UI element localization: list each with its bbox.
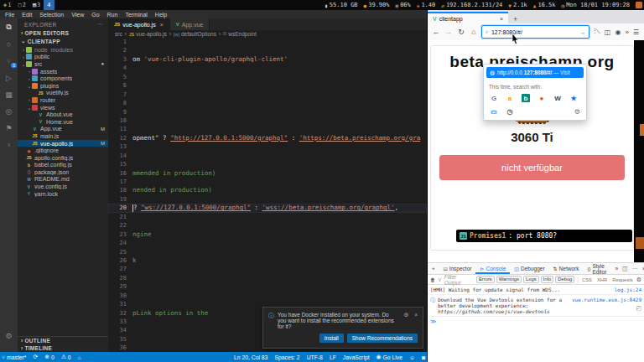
eol[interactable]: LF	[330, 354, 336, 360]
bing-engine-icon[interactable]: b	[522, 94, 530, 102]
sidebar-icon[interactable]: ◫	[605, 28, 611, 36]
filter-xhr-button[interactable]: XHR	[596, 277, 608, 282]
new-tab-button[interactable]: +	[508, 15, 522, 23]
tree-item-assets[interactable]: ›assets	[18, 68, 108, 75]
tab-app-vue[interactable]: VApp.vue	[170, 18, 210, 30]
devtools-tab-inspector[interactable]: ⊡Inspector	[439, 263, 476, 274]
show-recommendations-button[interactable]: Show Recommendations	[347, 334, 418, 343]
browser-tab[interactable]: V clientapp ×	[428, 12, 508, 23]
filter-warnings-button[interactable]: Warnings	[496, 276, 522, 283]
search-settings-gear-icon[interactable]: ⚙	[574, 108, 580, 116]
tree-item-vue-config-js[interactable]: Vvue.config.js	[18, 183, 108, 190]
tree-item-vue-apollo-js[interactable]: JSvue-apollo.jsM	[18, 140, 108, 147]
bookmarks-engine-icon[interactable]: ★	[569, 94, 578, 102]
menu-icon[interactable]: ☰	[633, 28, 639, 36]
tree-item-app-vue[interactable]: VApp.vueM	[18, 126, 108, 133]
menu-help[interactable]: Help	[155, 12, 167, 18]
code-area[interactable]: 123om 'vue-cli-plugin-apollo/graphql-cli…	[108, 38, 427, 352]
filter-output-input[interactable]: Filter Output	[444, 274, 474, 286]
tree-item-package-json[interactable]: {}package.json	[18, 168, 108, 176]
open-editors-section[interactable]: › OPEN EDITORS	[18, 29, 108, 37]
devtools-tab--[interactable]: »	[610, 263, 622, 274]
workspace-2[interactable]: ▢2	[14, 0, 29, 10]
menu-go[interactable]: Go	[91, 12, 99, 18]
console-grip-icon[interactable]: ◰	[636, 305, 641, 312]
menu-file[interactable]: File	[5, 12, 14, 18]
extensions-icon[interactable]: ▦	[3, 89, 14, 100]
indentation[interactable]: Spaces: 2	[274, 354, 299, 360]
notifications-bell[interactable]: ◙	[422, 354, 425, 360]
dock-icon[interactable]: ◫	[622, 266, 628, 272]
tree-item--gitignore[interactable]: ◆.gitignore	[18, 147, 108, 154]
url-bar[interactable]: ⌕ 127:8080/#/ →	[481, 25, 589, 39]
timeline-section[interactable]: › TIMELINE	[18, 344, 108, 352]
filter-info-button[interactable]: Info	[541, 276, 554, 283]
tree-item-babel-config-js[interactable]: bbabel.config.js	[18, 162, 108, 169]
devtools-tab-console[interactable]: ⊳Console	[475, 263, 510, 274]
tab-close-icon[interactable]: ×	[500, 16, 503, 22]
console-settings-gear-icon[interactable]: ⚙	[636, 277, 641, 283]
encoding[interactable]: UTF-8	[307, 354, 323, 360]
editor-group[interactable]: JSvue-apollo.js×VApp.vue src›JSvue-apoll…	[108, 18, 427, 352]
language-mode[interactable]: JavaScript	[343, 354, 370, 360]
tree-item-public[interactable]: ›public	[18, 54, 108, 61]
wikipedia-engine-icon[interactable]: W	[553, 94, 562, 102]
search-icon[interactable]: ○	[3, 39, 14, 49]
project-section[interactable]: ⌄ CLIENTAPP	[18, 37, 108, 45]
more-options-icon[interactable]: ⋯	[632, 266, 638, 272]
errors[interactable]: ⊗0	[44, 354, 54, 360]
run-debug-icon[interactable]: ▷	[3, 72, 14, 83]
cursor-position[interactable]: Ln 20, Col 83	[234, 354, 267, 360]
manage-gear-icon[interactable]: ⚙	[0, 332, 18, 340]
tree-item-apollo-config-js[interactable]: JSapollo.config.js	[18, 154, 108, 162]
go-arrow-icon[interactable]: →	[579, 29, 585, 35]
git-branch[interactable]: ⑂master*	[2, 354, 27, 360]
google-engine-icon[interactable]: G	[490, 94, 498, 102]
tab-vue-apollo-js[interactable]: JSvue-apollo.js×	[108, 18, 170, 30]
history-engine-icon[interactable]: ◷	[506, 107, 514, 116]
console-link[interactable]: https://github.com/vuejs/vue-devtools	[438, 308, 550, 314]
notification-close-icon[interactable]: ×	[414, 312, 418, 329]
tree-item-readme-md[interactable]: MREADME.md	[18, 176, 108, 184]
filter-css-button[interactable]: CSS	[581, 277, 593, 282]
menu-run[interactable]: Run	[107, 12, 118, 18]
tree-item-about-vue[interactable]: VAbout.vue	[18, 111, 108, 118]
live-server-home[interactable]: ⌂	[78, 354, 81, 360]
forward-button[interactable]: →	[444, 28, 454, 36]
tree-item-home-vue[interactable]: VHome.vue	[18, 118, 108, 126]
bookmarks-icon[interactable]: ⚑	[3, 122, 14, 133]
outline-section[interactable]: › OUTLINE	[18, 337, 108, 344]
go-live[interactable]: ◉Go Live	[377, 354, 402, 360]
source-link[interactable]: log.js:24	[614, 287, 641, 292]
breadcrumb-item[interactable]: ⚿wsEndpoint	[223, 31, 257, 37]
clear-console-icon[interactable]: 🗑	[430, 277, 435, 282]
workspace-3[interactable]: ▤3	[29, 0, 44, 10]
docker-icon[interactable]: ♆	[3, 139, 14, 150]
tree-item-router[interactable]: ›router	[18, 96, 108, 104]
feedback[interactable]: ☺	[409, 354, 415, 360]
explorer-icon[interactable]: ⧉	[3, 22, 14, 33]
visit-suggestion[interactable]: ◍ http://0.0.0.127:8080/#/ — Visit	[486, 67, 584, 78]
breadcrumb-item[interactable]: JSvue-apollo.js	[129, 31, 167, 37]
filter-debug-button[interactable]: Debug	[555, 276, 574, 283]
reload-button[interactable]: ↻	[456, 28, 466, 36]
library-icon[interactable]: ⫶⟍	[594, 28, 600, 36]
back-button[interactable]: ←	[431, 28, 441, 36]
menu-edit[interactable]: Edit	[22, 12, 32, 18]
install-button[interactable]: Install	[319, 334, 344, 343]
filter-logs-button[interactable]: Logs	[523, 276, 539, 283]
amazon-engine-icon[interactable]: a	[506, 94, 514, 102]
account-icon[interactable]: ◉	[615, 28, 621, 36]
tree-item-components[interactable]: ›components	[18, 75, 108, 82]
tree-item-yarn-lock[interactable]: Yyarn.lock	[18, 190, 108, 198]
tray-icon[interactable]	[636, 2, 642, 8]
console-prompt[interactable]: ≫	[430, 318, 436, 325]
tree-item-views[interactable]: ⌄views	[18, 104, 108, 111]
breadcrumb-item[interactable]: src	[115, 31, 122, 37]
tree-item-vuetify-js[interactable]: JSvuetify.js	[18, 90, 108, 97]
duckduckgo-engine-icon[interactable]: ●	[538, 94, 546, 102]
open-tabs-engine-icon[interactable]: ▭	[490, 107, 498, 116]
devtools-tab-style-editor[interactable]: {}Style Editor	[583, 263, 610, 274]
filter-errors-button[interactable]: Errors	[476, 276, 495, 283]
overflow-icon[interactable]: »	[625, 28, 628, 36]
